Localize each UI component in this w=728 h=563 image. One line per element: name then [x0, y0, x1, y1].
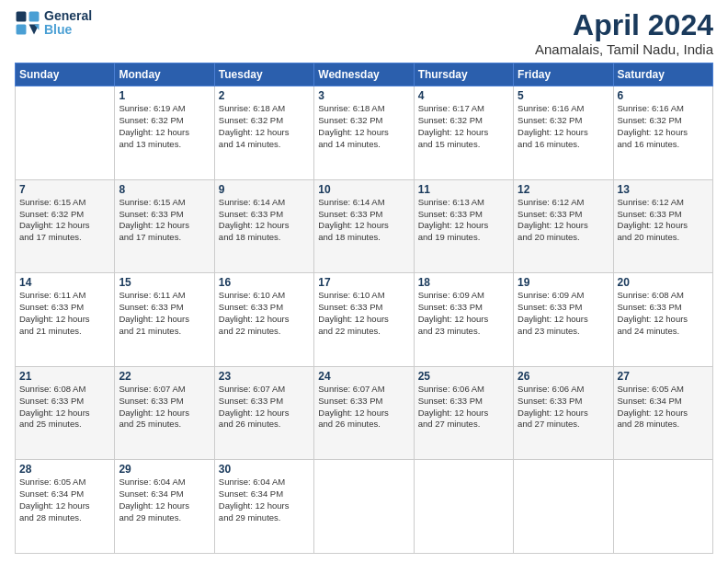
calendar-week-row: 21Sunrise: 6:08 AM Sunset: 6:33 PM Dayli… — [16, 366, 713, 460]
logo: General Blue — [15, 9, 92, 38]
logo-line2: Blue — [44, 23, 92, 37]
day-info: Sunrise: 6:04 AM Sunset: 6:34 PM Dayligh… — [219, 477, 310, 523]
day-number: 5 — [518, 89, 609, 102]
calendar-header-row: SundayMondayTuesdayWednesdayThursdayFrid… — [16, 63, 713, 86]
day-number: 12 — [518, 183, 609, 196]
calendar-cell: 3Sunrise: 6:18 AM Sunset: 6:32 PM Daylig… — [314, 86, 414, 180]
calendar-cell: 15Sunrise: 6:11 AM Sunset: 6:33 PM Dayli… — [115, 273, 214, 367]
day-number: 28 — [19, 463, 110, 476]
calendar-cell — [314, 460, 414, 554]
day-number: 25 — [418, 370, 509, 383]
day-number: 2 — [219, 89, 310, 102]
calendar-week-row: 28Sunrise: 6:05 AM Sunset: 6:34 PM Dayli… — [16, 460, 713, 554]
calendar-cell: 6Sunrise: 6:16 AM Sunset: 6:32 PM Daylig… — [613, 86, 712, 180]
calendar-cell: 1Sunrise: 6:19 AM Sunset: 6:32 PM Daylig… — [115, 86, 214, 180]
day-info: Sunrise: 6:15 AM Sunset: 6:33 PM Dayligh… — [119, 197, 210, 244]
day-info: Sunrise: 6:11 AM Sunset: 6:33 PM Dayligh… — [19, 290, 110, 337]
day-number: 15 — [119, 276, 210, 289]
day-number: 24 — [318, 370, 409, 383]
svg-rect-1 — [17, 25, 27, 35]
logo-text: General Blue — [44, 9, 92, 38]
calendar-day-header: Monday — [115, 63, 214, 86]
day-info: Sunrise: 6:13 AM Sunset: 6:33 PM Dayligh… — [418, 197, 509, 244]
day-number: 8 — [119, 183, 210, 196]
calendar-cell — [514, 460, 613, 554]
calendar-cell: 28Sunrise: 6:05 AM Sunset: 6:34 PM Dayli… — [16, 460, 115, 554]
day-info: Sunrise: 6:18 AM Sunset: 6:32 PM Dayligh… — [318, 103, 409, 150]
calendar-cell: 21Sunrise: 6:08 AM Sunset: 6:33 PM Dayli… — [16, 366, 115, 460]
calendar-cell: 22Sunrise: 6:07 AM Sunset: 6:33 PM Dayli… — [115, 366, 214, 460]
calendar-day-header: Wednesday — [314, 63, 414, 86]
logo-icon — [15, 10, 40, 36]
day-info: Sunrise: 6:09 AM Sunset: 6:33 PM Dayligh… — [518, 290, 609, 337]
page: General Blue April 2024 Anamalais, Tamil… — [0, 0, 728, 563]
calendar-cell — [613, 460, 712, 554]
calendar-cell: 2Sunrise: 6:18 AM Sunset: 6:32 PM Daylig… — [214, 86, 313, 180]
calendar-cell: 5Sunrise: 6:16 AM Sunset: 6:32 PM Daylig… — [514, 86, 613, 180]
day-number: 9 — [219, 183, 310, 196]
day-info: Sunrise: 6:08 AM Sunset: 6:33 PM Dayligh… — [618, 290, 709, 337]
day-info: Sunrise: 6:11 AM Sunset: 6:33 PM Dayligh… — [119, 290, 210, 337]
calendar-cell: 30Sunrise: 6:04 AM Sunset: 6:34 PM Dayli… — [214, 460, 313, 554]
day-number: 13 — [618, 183, 709, 196]
day-info: Sunrise: 6:08 AM Sunset: 6:33 PM Dayligh… — [19, 384, 110, 431]
day-number: 7 — [19, 183, 110, 196]
day-number: 30 — [219, 463, 310, 476]
calendar-cell: 13Sunrise: 6:12 AM Sunset: 6:33 PM Dayli… — [613, 179, 712, 273]
day-info: Sunrise: 6:05 AM Sunset: 6:34 PM Dayligh… — [19, 477, 110, 523]
day-number: 10 — [318, 183, 409, 196]
calendar-table: SundayMondayTuesdayWednesdayThursdayFrid… — [15, 63, 713, 554]
day-info: Sunrise: 6:16 AM Sunset: 6:32 PM Dayligh… — [618, 103, 709, 150]
header: General Blue April 2024 Anamalais, Tamil… — [15, 9, 713, 57]
day-number: 19 — [518, 276, 609, 289]
calendar-week-row: 7Sunrise: 6:15 AM Sunset: 6:32 PM Daylig… — [16, 179, 713, 273]
day-number: 17 — [318, 276, 409, 289]
main-title: April 2024 — [535, 9, 713, 41]
day-info: Sunrise: 6:06 AM Sunset: 6:33 PM Dayligh… — [418, 384, 509, 431]
calendar-cell — [414, 460, 513, 554]
calendar-day-header: Thursday — [414, 63, 513, 86]
calendar-day-header: Tuesday — [214, 63, 313, 86]
day-info: Sunrise: 6:17 AM Sunset: 6:32 PM Dayligh… — [418, 103, 509, 150]
day-number: 1 — [119, 89, 210, 102]
svg-rect-2 — [29, 12, 40, 22]
calendar-cell: 12Sunrise: 6:12 AM Sunset: 6:33 PM Dayli… — [514, 179, 613, 273]
calendar-day-header: Sunday — [16, 63, 115, 86]
calendar-cell: 24Sunrise: 6:07 AM Sunset: 6:33 PM Dayli… — [314, 366, 414, 460]
calendar-cell: 26Sunrise: 6:06 AM Sunset: 6:33 PM Dayli… — [514, 366, 613, 460]
logo-line1: General — [44, 9, 92, 23]
day-number: 6 — [618, 89, 709, 102]
day-number: 11 — [418, 183, 509, 196]
calendar-cell: 4Sunrise: 6:17 AM Sunset: 6:32 PM Daylig… — [414, 86, 513, 180]
day-info: Sunrise: 6:15 AM Sunset: 6:32 PM Dayligh… — [19, 197, 110, 244]
day-info: Sunrise: 6:16 AM Sunset: 6:32 PM Dayligh… — [518, 103, 609, 150]
day-info: Sunrise: 6:10 AM Sunset: 6:33 PM Dayligh… — [318, 290, 409, 337]
calendar-cell: 25Sunrise: 6:06 AM Sunset: 6:33 PM Dayli… — [414, 366, 513, 460]
calendar-cell: 29Sunrise: 6:04 AM Sunset: 6:34 PM Dayli… — [115, 460, 214, 554]
day-info: Sunrise: 6:10 AM Sunset: 6:33 PM Dayligh… — [219, 290, 310, 337]
calendar-cell: 19Sunrise: 6:09 AM Sunset: 6:33 PM Dayli… — [514, 273, 613, 367]
calendar-cell: 8Sunrise: 6:15 AM Sunset: 6:33 PM Daylig… — [115, 179, 214, 273]
svg-rect-0 — [17, 12, 27, 22]
day-info: Sunrise: 6:07 AM Sunset: 6:33 PM Dayligh… — [219, 384, 310, 431]
day-info: Sunrise: 6:18 AM Sunset: 6:32 PM Dayligh… — [219, 103, 310, 150]
calendar-week-row: 14Sunrise: 6:11 AM Sunset: 6:33 PM Dayli… — [16, 273, 713, 367]
day-number: 21 — [19, 370, 110, 383]
day-info: Sunrise: 6:14 AM Sunset: 6:33 PM Dayligh… — [219, 197, 310, 244]
calendar-cell: 7Sunrise: 6:15 AM Sunset: 6:32 PM Daylig… — [16, 179, 115, 273]
day-number: 3 — [318, 89, 409, 102]
calendar-cell: 18Sunrise: 6:09 AM Sunset: 6:33 PM Dayli… — [414, 273, 513, 367]
day-number: 14 — [19, 276, 110, 289]
calendar-cell: 14Sunrise: 6:11 AM Sunset: 6:33 PM Dayli… — [16, 273, 115, 367]
calendar-cell: 16Sunrise: 6:10 AM Sunset: 6:33 PM Dayli… — [214, 273, 313, 367]
day-number: 27 — [618, 370, 709, 383]
calendar-cell: 9Sunrise: 6:14 AM Sunset: 6:33 PM Daylig… — [214, 179, 313, 273]
calendar-week-row: 1Sunrise: 6:19 AM Sunset: 6:32 PM Daylig… — [16, 86, 713, 180]
calendar-cell: 23Sunrise: 6:07 AM Sunset: 6:33 PM Dayli… — [214, 366, 313, 460]
calendar-cell: 17Sunrise: 6:10 AM Sunset: 6:33 PM Dayli… — [314, 273, 414, 367]
day-info: Sunrise: 6:04 AM Sunset: 6:34 PM Dayligh… — [119, 477, 210, 523]
day-number: 29 — [119, 463, 210, 476]
calendar-day-header: Friday — [514, 63, 613, 86]
day-info: Sunrise: 6:12 AM Sunset: 6:33 PM Dayligh… — [518, 197, 609, 244]
day-info: Sunrise: 6:19 AM Sunset: 6:32 PM Dayligh… — [119, 103, 210, 150]
